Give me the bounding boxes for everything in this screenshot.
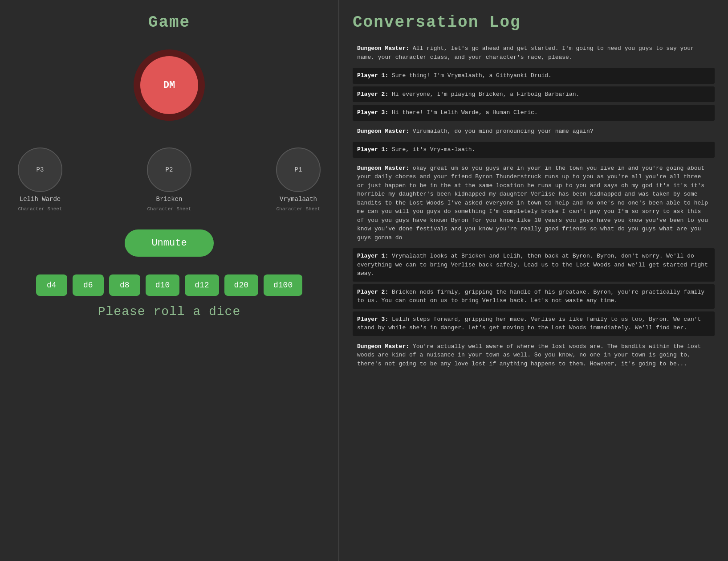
dice-button-d8[interactable]: d8 [109, 274, 140, 296]
conversation-panel: Conversation Log Dungeon Master: All rig… [339, 0, 728, 561]
dm-avatar-outer: DM [134, 49, 205, 121]
dm-avatar-inner: DM [140, 56, 198, 114]
conversation-log: Dungeon Master: All right, let's go ahea… [353, 41, 715, 552]
conversation-title: Conversation Log [353, 13, 715, 32]
log-entry-9: Player 3: Lelih steps forward, gripping … [353, 311, 715, 336]
player-p2-name: Bricken [156, 196, 183, 203]
log-entry-1: Player 1: Sure thing! I'm Vrymalaath, a … [353, 68, 715, 84]
log-entry-4: Dungeon Master: Virumalath, do you mind … [353, 123, 715, 139]
player-p2: P2 Bricken Character Sheet [147, 147, 191, 212]
dm-label: DM [163, 80, 175, 91]
player-p1: P1 Vrymalaath Character Sheet [276, 147, 321, 212]
log-speaker-1: Player 1: [357, 72, 388, 79]
player-p2-avatar: P2 [147, 147, 191, 192]
log-entry-6: Dungeon Master: okay great um so you guy… [353, 160, 715, 246]
log-entry-0: Dungeon Master: All right, let's go ahea… [353, 41, 715, 65]
unmute-button[interactable]: Unmute [125, 229, 213, 257]
player-p1-name: Vrymalaath [280, 196, 317, 203]
log-entry-5: Player 1: Sure, it's Vry-ma-laath. [353, 142, 715, 158]
game-panel: Game DM P3 Lelih Warde Character Sheet P… [0, 0, 338, 561]
log-entry-8: Player 2: Bricken nods firmly, gripping … [353, 284, 715, 309]
player-p2-id: P2 [166, 166, 173, 173]
dice-row: d4d6d8d10d12d20d100 [36, 274, 302, 296]
log-speaker-6: Dungeon Master: [357, 165, 409, 172]
player-p1-avatar: P1 [276, 147, 321, 192]
player-p3-id: P3 [37, 166, 44, 173]
dice-button-d100[interactable]: d100 [264, 274, 302, 296]
log-speaker-4: Dungeon Master: [357, 128, 409, 135]
log-speaker-7: Player 1: [357, 253, 388, 259]
log-speaker-5: Player 1: [357, 146, 388, 153]
dice-button-d6[interactable]: d6 [73, 274, 104, 296]
players-row: P3 Lelih Warde Character Sheet P2 Bricke… [9, 147, 329, 212]
roll-prompt: Please roll a dice [98, 305, 240, 319]
log-speaker-2: Player 2: [357, 91, 388, 98]
player-p3-name: Lelih Warde [20, 196, 61, 203]
player-p1-id: P1 [295, 166, 302, 173]
log-entry-7: Player 1: Vrymalaath looks at Bricken an… [353, 248, 715, 282]
game-area: DM P3 Lelih Warde Character Sheet P2 Bri… [9, 49, 329, 552]
dice-button-d20[interactable]: d20 [224, 274, 258, 296]
player-p2-sheet[interactable]: Character Sheet [147, 206, 191, 212]
player-p3-avatar: P3 [18, 147, 62, 192]
log-speaker-9: Player 3: [357, 316, 388, 323]
game-title: Game [148, 13, 190, 32]
player-p1-sheet[interactable]: Character Sheet [276, 206, 320, 212]
dice-button-d10[interactable]: d10 [146, 274, 179, 296]
log-speaker-10: Dungeon Master: [357, 343, 409, 350]
player-p3-sheet[interactable]: Character Sheet [18, 206, 62, 212]
log-speaker-8: Player 2: [357, 289, 388, 295]
dice-button-d12[interactable]: d12 [185, 274, 219, 296]
player-p3: P3 Lelih Warde Character Sheet [18, 147, 62, 212]
log-speaker-0: Dungeon Master: [357, 45, 409, 52]
log-entry-2: Player 2: Hi everyone, I'm playing Brick… [353, 86, 715, 102]
log-speaker-3: Player 3: [357, 109, 388, 116]
log-entry-3: Player 3: Hi there! I'm Lelih Warde, a H… [353, 105, 715, 121]
dice-button-d4[interactable]: d4 [36, 274, 67, 296]
log-entry-10: Dungeon Master: You're actually well awa… [353, 339, 715, 372]
